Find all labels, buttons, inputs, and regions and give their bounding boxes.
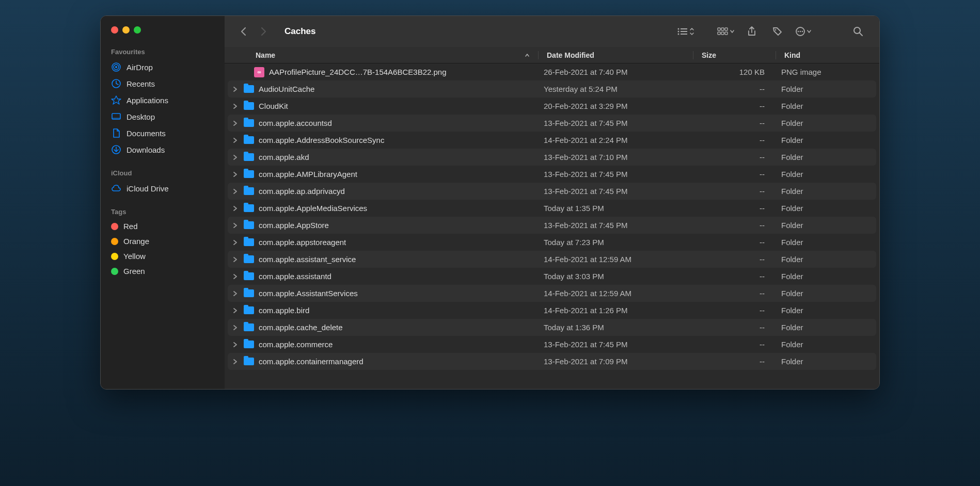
file-row[interactable]: com.apple.AppleMediaServicesToday at 1:3… — [228, 200, 876, 217]
document-icon — [111, 128, 121, 138]
file-list[interactable]: ∞AAProfilePicture_24DCC…7B-154A6BCE3B22.… — [225, 63, 879, 389]
file-row[interactable]: com.apple.cache_deleteToday at 1:36 PM--… — [228, 319, 876, 336]
file-date: 13-Feb-2021 at 7:45 PM — [535, 119, 690, 127]
actions-button[interactable] — [793, 23, 814, 40]
file-kind: Folder — [773, 289, 876, 298]
disclosure-icon[interactable] — [233, 138, 243, 143]
file-date: 13-Feb-2021 at 7:10 PM — [535, 153, 690, 161]
file-kind: Folder — [773, 306, 876, 315]
disclosure-icon[interactable] — [233, 274, 243, 279]
file-row[interactable]: com.apple.ap.adprivacyd13-Feb-2021 at 7:… — [228, 183, 876, 200]
sidebar-item-applications[interactable]: Applications — [101, 92, 225, 108]
file-name: CloudKit — [259, 102, 288, 110]
file-row[interactable]: com.apple.appstoreagentToday at 7:23 PM-… — [228, 234, 876, 251]
svg-point-11 — [678, 34, 679, 35]
svg-rect-18 — [725, 32, 728, 35]
folder-icon — [243, 271, 255, 282]
file-row[interactable]: com.apple.akd13-Feb-2021 at 7:10 PM--Fol… — [228, 149, 876, 166]
close-button[interactable] — [111, 26, 118, 34]
disclosure-icon[interactable] — [233, 87, 243, 92]
file-name: com.apple.assistant_service — [259, 255, 356, 264]
column-name[interactable]: Name — [256, 51, 539, 59]
sidebar-item-orange[interactable]: Orange — [101, 234, 225, 249]
columns-header: Name Date Modified Size Kind — [225, 47, 879, 63]
folder-icon — [243, 322, 255, 333]
file-row[interactable]: com.apple.AssistantServices14-Feb-2021 a… — [228, 285, 876, 302]
maximize-button[interactable] — [134, 26, 141, 34]
file-row[interactable]: com.apple.assistantdToday at 3:03 PM--Fo… — [228, 268, 876, 285]
file-row[interactable]: CloudKit20-Feb-2021 at 3:29 PM--Folder — [228, 98, 876, 115]
file-row[interactable]: AudioUnitCacheYesterday at 5:24 PM--Fold… — [228, 80, 876, 98]
file-name-cell: com.apple.bird — [243, 305, 535, 316]
file-date: 13-Feb-2021 at 7:45 PM — [535, 187, 690, 196]
column-date[interactable]: Date Modified — [539, 51, 693, 59]
disclosure-icon[interactable] — [233, 291, 243, 296]
file-date: 13-Feb-2021 at 7:09 PM — [535, 357, 690, 366]
file-kind: Folder — [773, 119, 876, 127]
sidebar-item-recents[interactable]: Recents — [101, 75, 225, 92]
disclosure-icon[interactable] — [233, 223, 243, 228]
group-button[interactable] — [715, 23, 737, 40]
sidebar-item-airdrop[interactable]: AirDrop — [101, 59, 225, 75]
file-name-cell: com.apple.containermanagerd — [243, 356, 535, 367]
column-size[interactable]: Size — [693, 51, 776, 59]
forward-button[interactable] — [256, 23, 272, 40]
finder-window: FavouritesAirDropRecentsApplicationsDesk… — [100, 15, 880, 390]
file-kind: Folder — [773, 357, 876, 366]
file-row[interactable]: ∞AAProfilePicture_24DCC…7B-154A6BCE3B22.… — [228, 63, 876, 80]
search-button[interactable] — [847, 23, 869, 40]
svg-rect-5 — [112, 118, 120, 119]
disclosure-icon[interactable] — [233, 342, 243, 347]
view-list-button[interactable] — [675, 23, 697, 40]
sidebar-item-green[interactable]: Green — [101, 264, 225, 279]
file-row[interactable]: com.apple.AddressBookSourceSync14-Feb-20… — [228, 132, 876, 149]
column-kind[interactable]: Kind — [776, 51, 879, 59]
disclosure-icon[interactable] — [233, 359, 243, 364]
file-row[interactable]: com.apple.AppStore13-Feb-2021 at 7:45 PM… — [228, 217, 876, 234]
file-row[interactable]: com.apple.bird14-Feb-2021 at 1:26 PM--Fo… — [228, 302, 876, 319]
disclosure-icon[interactable] — [233, 308, 243, 313]
file-size: -- — [690, 272, 773, 281]
file-row[interactable]: com.apple.containermanagerd13-Feb-2021 a… — [228, 353, 876, 370]
disclosure-icon[interactable] — [233, 155, 243, 160]
sidebar: FavouritesAirDropRecentsApplicationsDesk… — [101, 16, 225, 389]
file-date: 13-Feb-2021 at 7:45 PM — [535, 170, 690, 179]
file-name: com.apple.AppStore — [259, 221, 329, 230]
disclosure-icon[interactable] — [233, 121, 243, 126]
sidebar-item-documents[interactable]: Documents — [101, 125, 225, 141]
file-row[interactable]: com.apple.assistant_service14-Feb-2021 a… — [228, 251, 876, 268]
disclosure-icon[interactable] — [233, 240, 243, 245]
folder-icon — [243, 305, 255, 316]
file-name: com.apple.akd — [259, 153, 309, 161]
sidebar-item-label: Yellow — [123, 252, 146, 261]
sort-indicator-icon — [525, 53, 530, 58]
file-row[interactable]: com.apple.commerce13-Feb-2021 at 7:45 PM… — [228, 336, 876, 353]
file-name: com.apple.appstoreagent — [259, 238, 346, 247]
sidebar-item-desktop[interactable]: Desktop — [101, 108, 225, 125]
sidebar-item-icloud-drive[interactable]: iCloud Drive — [101, 180, 225, 197]
tags-button[interactable] — [767, 23, 788, 40]
file-kind: Folder — [773, 204, 876, 213]
back-button[interactable] — [235, 23, 251, 40]
file-size: -- — [690, 255, 773, 264]
minimize-button[interactable] — [122, 26, 130, 34]
disclosure-icon[interactable] — [233, 206, 243, 211]
file-row[interactable]: com.apple.AMPLibraryAgent13-Feb-2021 at … — [228, 166, 876, 183]
disclosure-icon[interactable] — [233, 172, 243, 177]
file-row[interactable]: com.apple.accountsd13-Feb-2021 at 7:45 P… — [228, 115, 876, 132]
share-button[interactable] — [741, 23, 763, 40]
file-date: 14-Feb-2021 at 12:59 AM — [535, 255, 690, 264]
file-kind: Folder — [773, 153, 876, 161]
svg-rect-10 — [681, 31, 687, 32]
disclosure-icon[interactable] — [233, 325, 243, 330]
sidebar-item-yellow[interactable]: Yellow — [101, 249, 225, 264]
disclosure-icon[interactable] — [233, 189, 243, 194]
main-pane: Caches — [225, 16, 879, 389]
disclosure-icon[interactable] — [233, 257, 243, 262]
sidebar-item-label: Downloads — [127, 145, 165, 154]
disclosure-icon[interactable] — [233, 104, 243, 109]
file-name: com.apple.AssistantServices — [259, 289, 358, 298]
sidebar-item-downloads[interactable]: Downloads — [101, 141, 225, 158]
file-kind: Folder — [773, 187, 876, 196]
sidebar-item-red[interactable]: Red — [101, 219, 225, 234]
